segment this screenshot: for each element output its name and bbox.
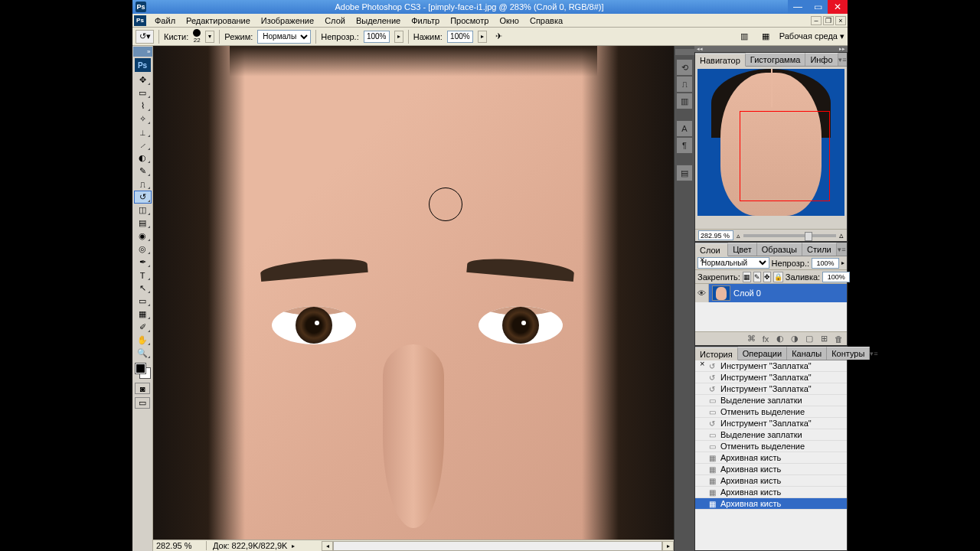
- workspace-menu[interactable]: Рабочая среда ▾: [779, 31, 844, 41]
- layers-list[interactable]: 👁 Слой 0: [695, 284, 847, 331]
- status-doc-size[interactable]: Док: 822,9K/822,9K: [207, 541, 287, 550]
- menu-файл[interactable]: Файл: [149, 15, 181, 26]
- layer-fx-icon[interactable]: fx: [760, 334, 771, 344]
- layer-opacity-input[interactable]: [812, 258, 839, 269]
- type-tool[interactable]: T: [134, 269, 152, 282]
- bridge-icon[interactable]: ▦: [758, 30, 773, 44]
- history-row[interactable]: ▭Отменить выделение: [695, 441, 847, 452]
- lock-pixels-icon[interactable]: ✎: [753, 272, 761, 282]
- tab-слои[interactable]: Слои ×: [695, 243, 728, 256]
- layer-blend-select[interactable]: Нормальный: [697, 257, 769, 269]
- layer-mask-icon[interactable]: ◐: [775, 334, 786, 344]
- tab-контуры[interactable]: Контуры: [827, 347, 870, 360]
- spot-heal-tool[interactable]: ◐: [134, 152, 152, 165]
- eraser-tool[interactable]: ◫: [134, 204, 152, 217]
- group-icon[interactable]: ▢: [804, 334, 815, 344]
- brush-tool[interactable]: ✎: [134, 165, 152, 178]
- history-row[interactable]: ▦Архивная кисть: [695, 498, 847, 510]
- visibility-icon[interactable]: 👁: [695, 284, 709, 302]
- close-button[interactable]: ✕: [828, 0, 848, 14]
- fill-arrow-icon[interactable]: ▸: [852, 273, 855, 280]
- brush-preview-icon[interactable]: [193, 29, 201, 37]
- layer-fill-input[interactable]: [822, 272, 850, 282]
- title-bar[interactable]: Ps Adobe Photoshop CS3 - [pimply-face-i1…: [132, 0, 848, 14]
- dock-para-icon[interactable]: ¶: [676, 137, 693, 154]
- tab-инфо[interactable]: Инфо: [805, 53, 838, 66]
- history-row[interactable]: ▭Отменить выделение: [695, 406, 847, 418]
- tab-гистограмма[interactable]: Гистограмма: [746, 53, 806, 66]
- zoom-out-icon[interactable]: ▵: [737, 232, 740, 240]
- tool-preset-icon[interactable]: ↺▾: [136, 30, 154, 44]
- layer-thumbnail[interactable]: [712, 285, 730, 301]
- foreground-color[interactable]: [136, 364, 145, 373]
- flow-arrow-icon[interactable]: ▸: [478, 31, 487, 43]
- eyedrop-tool[interactable]: ✐: [134, 321, 152, 334]
- tab-цвет[interactable]: Цвет: [728, 243, 757, 256]
- opacity-input[interactable]: [364, 31, 390, 43]
- tab-каналы[interactable]: Каналы: [787, 347, 827, 360]
- menu-просмотр[interactable]: Просмотр: [445, 15, 494, 26]
- lock-all-icon[interactable]: 🔒: [773, 272, 783, 282]
- marquee-tool[interactable]: ▭: [134, 86, 152, 99]
- scroll-left-button[interactable]: ◂: [322, 541, 333, 551]
- wand-tool[interactable]: ✧: [134, 112, 152, 126]
- path-tool[interactable]: ↖: [134, 282, 152, 295]
- history-row[interactable]: ↺Инструмент "Заплатка": [695, 418, 847, 429]
- blur-tool[interactable]: ◉: [134, 230, 152, 243]
- panel-menu-icon[interactable]: ▾≡: [838, 53, 847, 66]
- dock-clone-icon[interactable]: ⎍: [676, 76, 693, 93]
- quickmask-button[interactable]: ◙: [135, 383, 150, 394]
- doc-minimize-button[interactable]: –: [811, 16, 822, 25]
- menu-редактирование[interactable]: Редактирование: [181, 15, 256, 26]
- dodge-tool[interactable]: ◎: [134, 243, 152, 256]
- dock-header[interactable]: [675, 49, 694, 55]
- tab-образцы[interactable]: Образцы: [757, 243, 802, 256]
- history-row[interactable]: ▦Архивная кисть: [695, 487, 847, 498]
- crop-tool[interactable]: ⟂: [134, 126, 152, 139]
- menu-выделение[interactable]: Выделение: [351, 15, 406, 26]
- stamp-tool[interactable]: ⎍: [134, 178, 152, 191]
- airbrush-icon[interactable]: ✈: [492, 30, 507, 44]
- move-tool[interactable]: ✥: [134, 73, 152, 86]
- history-row[interactable]: ▦Архивная кисть: [695, 452, 847, 464]
- blend-mode-select[interactable]: Нормальный: [257, 30, 311, 44]
- navigator-view-box[interactable]: [740, 111, 830, 201]
- history-row[interactable]: ↺Инструмент "Заплатка": [695, 360, 847, 372]
- menu-окно[interactable]: Окно: [494, 15, 524, 26]
- delete-layer-icon[interactable]: 🗑: [833, 334, 844, 344]
- pen-tool[interactable]: ✒: [134, 256, 152, 269]
- history-brush-tool[interactable]: ↺: [134, 191, 152, 204]
- gradient-tool[interactable]: ▤: [134, 217, 152, 230]
- tab-стили[interactable]: Стили: [802, 243, 837, 256]
- new-layer-icon[interactable]: ⊞: [818, 334, 829, 344]
- status-arrow-icon[interactable]: ▸: [292, 543, 295, 549]
- minimize-button[interactable]: —: [788, 0, 808, 14]
- navigator-zoom-slider[interactable]: [743, 234, 836, 237]
- tab-операции[interactable]: Операции: [738, 347, 787, 360]
- opacity-arrow-icon[interactable]: ▸: [841, 259, 844, 266]
- navigator-zoom-input[interactable]: [698, 230, 733, 240]
- navigator-thumbnail[interactable]: [697, 69, 844, 216]
- shape-tool[interactable]: ▭: [134, 295, 152, 308]
- tab-история[interactable]: История ×: [695, 347, 738, 360]
- dock-top-strip[interactable]: ◂◂▸▸: [694, 46, 848, 52]
- maximize-button[interactable]: ▭: [808, 0, 828, 14]
- doc-close-button[interactable]: ×: [835, 16, 846, 25]
- history-row[interactable]: ↺Инструмент "Заплатка": [695, 383, 847, 395]
- history-row[interactable]: ▦Архивная кисть: [695, 464, 847, 475]
- dock-char-icon[interactable]: A: [676, 120, 693, 137]
- lasso-tool[interactable]: ⌇: [134, 99, 152, 112]
- menu-изображение[interactable]: Изображение: [256, 15, 319, 26]
- history-row[interactable]: ▭Выделение заплатки: [695, 395, 847, 406]
- lock-pos-icon[interactable]: ✥: [763, 272, 771, 282]
- zoom-tool[interactable]: 🔍: [134, 347, 152, 360]
- history-row[interactable]: ▦Архивная кисть: [695, 475, 847, 487]
- screenmode-button[interactable]: ▭: [135, 397, 150, 409]
- layer-name[interactable]: Слой 0: [733, 289, 761, 298]
- panel-menu-icon[interactable]: ▾≡: [837, 243, 847, 256]
- palette-toggle-icon[interactable]: ▥: [737, 30, 752, 44]
- toolbox-header[interactable]: »: [133, 47, 152, 57]
- link-layers-icon[interactable]: ⌘: [746, 334, 756, 344]
- history-list[interactable]: ↺Инструмент "Заплатка"↺Инструмент "Запла…: [695, 360, 847, 550]
- hand-tool[interactable]: ✋: [134, 334, 152, 347]
